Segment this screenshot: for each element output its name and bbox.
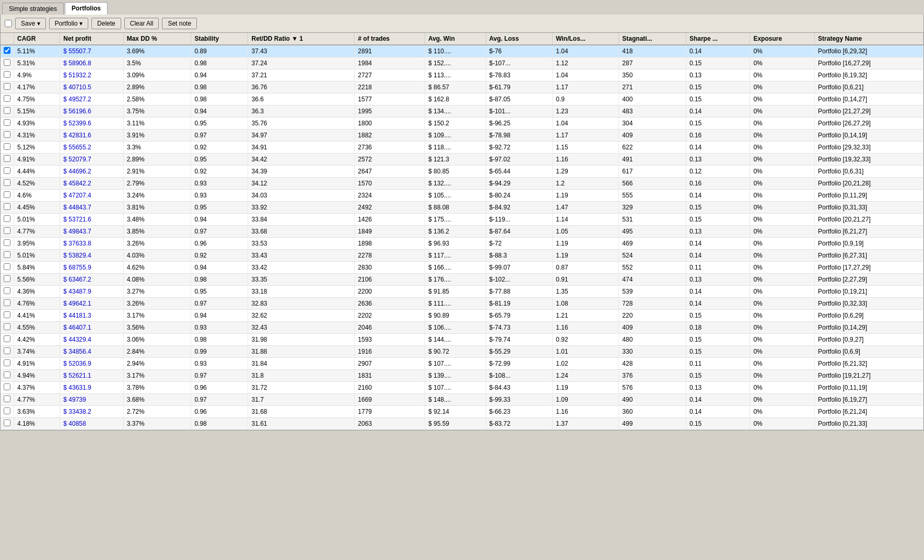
cell-sharpe: 0.14 (686, 106, 750, 118)
cell-avg_win: $ 132.... (425, 178, 486, 190)
row-checkbox[interactable] (4, 95, 10, 102)
col-header-stability[interactable]: Stability (191, 33, 248, 45)
cell-ret_dd_ratio: 32.62 (248, 310, 355, 322)
row-checkbox[interactable] (4, 311, 10, 318)
cell-sharpe: 0.13 (686, 274, 750, 286)
col-header-strategy-name[interactable]: Strategy Name (815, 33, 923, 45)
row-checkbox[interactable] (4, 119, 10, 126)
cell-stagnation: 360 (619, 406, 686, 418)
cell-exposure: 0% (750, 118, 815, 130)
row-checkbox[interactable] (4, 263, 10, 270)
row-checkbox[interactable] (4, 335, 10, 342)
col-header-win-loss[interactable]: Win/Los... (553, 33, 619, 45)
cell-win_loss: 1.17 (553, 130, 619, 142)
row-checkbox[interactable] (4, 131, 10, 138)
cell-avg_win: $ 117.... (425, 250, 486, 262)
cell-avg_loss: $-78.98 (486, 130, 553, 142)
save-button[interactable]: Save ▾ (15, 18, 46, 29)
cell-exposure: 0% (750, 298, 815, 310)
cell-avg_win: $ 166.... (425, 262, 486, 274)
cell-stability: 0.97 (191, 370, 248, 382)
col-header-num-trades[interactable]: # of trades (355, 33, 425, 45)
row-checkbox[interactable] (4, 359, 10, 366)
cell-exposure: 0% (750, 166, 815, 178)
cell-exposure: 0% (750, 202, 815, 214)
tab-portfolios[interactable]: Portfolios (65, 2, 108, 15)
row-checkbox[interactable] (4, 83, 10, 90)
cell-stability: 0.94 (191, 69, 248, 81)
tab-simple-strategies[interactable]: Simple strategies (2, 3, 64, 15)
row-checkbox[interactable] (4, 47, 10, 54)
cell-sharpe: 0.16 (686, 178, 750, 190)
delete-button[interactable]: Delete (91, 18, 121, 29)
col-header-cagr[interactable]: CAGR (14, 33, 60, 45)
cell-avg_loss: $-76 (486, 45, 553, 57)
cell-win_loss: 1.2 (553, 178, 619, 190)
row-checkbox[interactable] (4, 179, 10, 186)
row-checkbox[interactable] (4, 203, 10, 210)
cell-exposure: 0% (750, 334, 815, 346)
col-header-ret-dd-ratio[interactable]: Ret/DD Ratio ▼ 1 (248, 33, 355, 45)
cell-avg_win: $ 90.89 (425, 310, 486, 322)
set-note-button[interactable]: Set note (162, 18, 197, 29)
col-header-exposure[interactable]: Exposure (750, 33, 815, 45)
cell-ret_dd_ratio: 31.88 (248, 346, 355, 358)
col-header-net-profit[interactable]: Net profit (60, 33, 123, 45)
row-checkbox[interactable] (4, 275, 10, 282)
col-header-max-dd[interactable]: Max DD % (123, 33, 191, 45)
cell-cagr: 3.63% (14, 406, 60, 418)
cell-ret_dd_ratio: 34.42 (248, 154, 355, 166)
cell-stability: 0.94 (191, 106, 248, 118)
col-header-avg-loss[interactable]: Avg. Loss (486, 33, 553, 45)
cell-max_dd: 2.79% (123, 178, 191, 190)
row-checkbox[interactable] (4, 215, 10, 222)
cell-stability: 0.95 (191, 286, 248, 298)
cell-stagnation: 622 (619, 142, 686, 154)
row-checkbox[interactable] (4, 299, 10, 306)
cell-num_trades: 2891 (355, 45, 425, 57)
row-checkbox[interactable] (4, 419, 10, 426)
cell-num_trades: 1800 (355, 118, 425, 130)
cell-net_profit: $ 40858 (60, 418, 123, 430)
clear-all-button[interactable]: Clear All (124, 18, 159, 29)
cell-cagr: 5.15% (14, 106, 60, 118)
cell-avg_loss: $-77.88 (486, 286, 553, 298)
cell-stability: 0.97 (191, 394, 248, 406)
portfolio-button[interactable]: Portfolio ▾ (49, 18, 88, 29)
row-checkbox[interactable] (4, 155, 10, 162)
cell-avg_win: $ 109.... (425, 130, 486, 142)
row-checkbox[interactable] (4, 227, 10, 234)
col-header-sharpe[interactable]: Sharpe ... (686, 33, 750, 45)
cell-num_trades: 2200 (355, 286, 425, 298)
cell-stagnation: 428 (619, 358, 686, 370)
row-checkbox[interactable] (4, 383, 10, 390)
row-checkbox[interactable] (4, 59, 10, 66)
row-checkbox[interactable] (4, 239, 10, 246)
col-header-avg-win[interactable]: Avg. Win (425, 33, 486, 45)
cell-avg_win: $ 175.... (425, 214, 486, 226)
cell-avg_win: $ 111.... (425, 298, 486, 310)
row-checkbox[interactable] (4, 395, 10, 402)
row-checkbox[interactable] (4, 143, 10, 150)
cell-avg_loss: $-66.23 (486, 406, 553, 418)
col-header-stagnation[interactable]: Stagnati... (619, 33, 686, 45)
row-checkbox[interactable] (4, 251, 10, 258)
row-checkbox[interactable] (4, 371, 10, 378)
cell-sharpe: 0.13 (686, 382, 750, 394)
select-all-checkbox[interactable] (5, 20, 12, 27)
row-checkbox[interactable] (4, 407, 10, 414)
cell-max_dd: 3.27% (123, 286, 191, 298)
row-checkbox[interactable] (4, 323, 10, 330)
row-checkbox[interactable] (4, 287, 10, 294)
row-checkbox[interactable] (4, 191, 10, 198)
cell-ret_dd_ratio: 34.97 (248, 130, 355, 142)
row-checkbox[interactable] (4, 107, 10, 114)
cell-win_loss: 1.29 (553, 166, 619, 178)
row-checkbox[interactable] (4, 347, 10, 354)
cell-avg_win: $ 95.59 (425, 418, 486, 430)
cell-exposure: 0% (750, 130, 815, 142)
cell-net_profit: $ 49642.1 (60, 298, 123, 310)
col-header-checkbox[interactable] (1, 33, 14, 45)
row-checkbox[interactable] (4, 71, 10, 78)
row-checkbox[interactable] (4, 167, 10, 174)
